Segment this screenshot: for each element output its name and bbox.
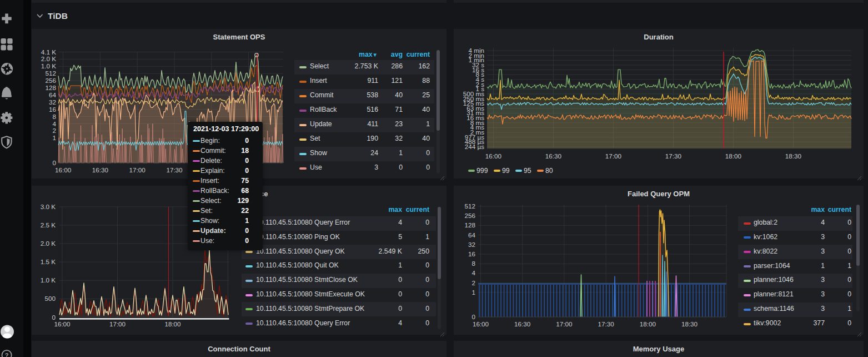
svg-text:?: ? <box>5 352 9 357</box>
